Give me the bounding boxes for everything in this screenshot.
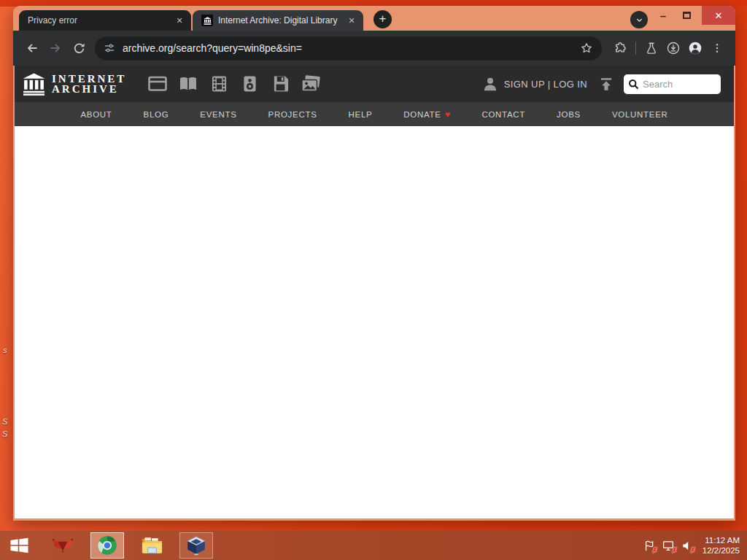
upload-icon[interactable] [599,77,614,91]
tab-privacy-error[interactable]: Privacy error ✕ [19,10,191,31]
page-content: INTERNET ARCHIVE [15,66,734,518]
nav-about[interactable]: ABOUT [80,110,112,119]
nav-donate-label: DONATE [403,110,441,119]
downloads-icon[interactable] [662,37,684,59]
system-tray: ✗ ✗ ✗ 11:12 AM 12/2/2025 [643,535,747,556]
nav-donate[interactable]: DONATE♥ [403,109,450,120]
video-icon[interactable] [209,74,228,93]
experiments-flask-icon[interactable] [640,37,662,59]
volume-x-badge: ✗ [689,546,695,554]
texts-icon[interactable] [179,74,198,93]
desktop-icon-label-fragment: S [2,429,7,438]
url-text[interactable]: archive.org/search?query=win8pe&sin= [123,42,580,54]
toolbar-divider [635,42,636,55]
bookmark-star-icon[interactable] [580,42,593,55]
taskbar: ✗ ✗ ✗ 11:12 AM 12/2/2025 [0,531,747,560]
site-navigation: ABOUT BLOG EVENTS PROJECTS HELP DONATE♥ … [15,102,734,126]
nav-events[interactable]: EVENTS [200,110,236,119]
images-icon[interactable] [301,74,320,93]
software-icon[interactable] [271,74,290,93]
tab-strip: Privacy error ✕ Internet Archive: Digita… [13,6,735,31]
internet-archive-header: INTERNET ARCHIVE [15,66,734,102]
taskbar-chrome-icon[interactable] [90,532,124,559]
desktop-icon-label-fragment: S [2,417,7,426]
address-bar[interactable]: archive.org/search?query=win8pe&sin= [95,36,602,61]
action-center-flag-icon[interactable]: ✗ [643,540,655,552]
tab-search-chevron-icon[interactable] [630,11,648,28]
site-search[interactable] [624,74,721,94]
extensions-puzzle-icon[interactable] [609,37,631,59]
internet-archive-wordmark[interactable]: INTERNET ARCHIVE [52,74,126,94]
forward-icon[interactable] [44,36,67,60]
nav-help[interactable]: HELP [349,110,373,119]
volume-muted-icon[interactable]: ✗ [681,540,693,552]
web-icon[interactable] [148,74,167,93]
media-type-icons [148,74,320,93]
person-icon [482,76,498,92]
nav-blog[interactable]: BLOG [144,110,169,119]
minimize-button[interactable]: – [652,6,674,25]
new-tab-button[interactable]: + [374,10,392,28]
start-button[interactable] [3,532,35,559]
tab-internet-archive[interactable]: Internet Archive: Digital Library ✕ [193,10,363,31]
search-icon [628,79,639,90]
nav-contact[interactable]: CONTACT [481,110,525,119]
signup-login-link[interactable]: SIGN UP | LOG IN [504,79,587,90]
browser-toolbar: archive.org/search?query=win8pe&sin= [13,31,735,66]
taskbar-app-red-origami-icon[interactable] [46,532,80,559]
site-settings-tune-icon[interactable] [104,42,115,54]
account-area: SIGN UP | LOG IN [482,76,587,92]
nav-jobs[interactable]: JOBS [557,110,581,119]
brand-line-2: ARCHIVE [52,84,126,94]
tab-close-icon[interactable]: ✕ [346,15,357,26]
page-body-blank [15,126,734,518]
audio-icon[interactable] [240,74,259,93]
menu-kebab-icon[interactable] [706,37,728,59]
taskbar-clock[interactable]: 11:12 AM 12/2/2025 [703,535,740,556]
tab-title: Internet Archive: Digital Library [218,15,341,26]
nav-projects[interactable]: PROJECTS [268,110,317,119]
search-input[interactable] [643,79,716,90]
maximize-button[interactable] [676,6,697,25]
toolbar-actions [609,37,728,59]
back-icon[interactable] [20,36,44,60]
browser-window: Privacy error ✕ Internet Archive: Digita… [13,6,735,521]
close-window-button[interactable]: ✕ [702,6,735,25]
network-status-icon[interactable]: ✗ [662,540,675,552]
desktop: s S S Privacy error ✕ Internet Archive: … [0,0,747,560]
tab-close-icon[interactable]: ✕ [174,15,185,26]
taskbar-file-explorer-icon[interactable] [135,532,169,559]
tab-title: Privacy error [28,15,169,26]
donate-heart-icon: ♥ [445,109,451,120]
taskbar-virtualbox-icon[interactable] [179,532,213,559]
notification-x-badge: ✗ [651,546,657,554]
network-x-badge: ✗ [671,546,677,554]
internet-archive-favicon [201,15,213,26]
clock-date: 12/2/2025 [703,545,740,556]
profile-avatar-icon[interactable] [684,37,706,59]
reload-icon[interactable] [67,36,90,60]
internet-archive-logo-icon[interactable] [22,72,46,96]
desktop-icon-label-fragment: s [3,346,7,354]
clock-time: 11:12 AM [703,535,740,545]
nav-volunteer[interactable]: VOLUNTEER [612,110,668,119]
brand-line-1: INTERNET [52,74,126,84]
